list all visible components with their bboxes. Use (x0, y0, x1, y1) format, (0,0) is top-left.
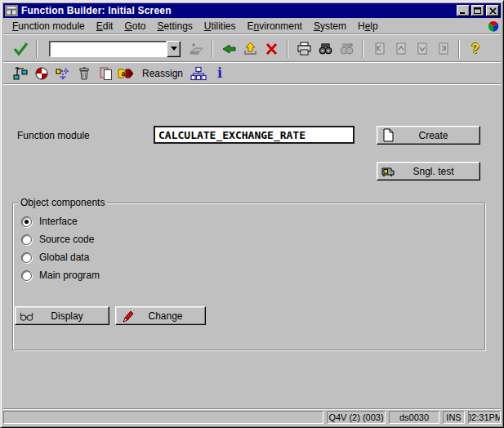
radio-circle[interactable] (21, 252, 32, 263)
radio-option-global-data[interactable]: Global data (21, 251, 89, 264)
radio-label: Source code (39, 234, 94, 245)
copy-icon[interactable] (96, 65, 114, 82)
status-server-field[interactable]: ds0030 (389, 411, 439, 424)
toolbar-separator (287, 40, 288, 58)
menu-item-function-module[interactable]: Function module (7, 20, 91, 33)
standard-toolbar: ? (3, 36, 501, 61)
previous-page-icon (391, 41, 409, 57)
radio-circle[interactable] (21, 270, 32, 281)
radio-option-interface[interactable]: Interface (21, 215, 78, 228)
find-icon[interactable] (316, 41, 334, 57)
create-button[interactable]: Create (377, 126, 480, 145)
create-button-label: Create (399, 130, 479, 141)
application-toolbar: a b Reassign i (3, 63, 501, 83)
help-icon[interactable]: ? (466, 41, 484, 57)
hierarchy-icon[interactable] (190, 65, 207, 82)
display-button-label: Display (37, 310, 109, 322)
titlebar[interactable]: Function Builder: Initial Screen (3, 3, 501, 18)
minimize-button[interactable] (457, 5, 470, 16)
radio-label: Interface (39, 216, 78, 227)
command-field-input[interactable] (49, 41, 167, 57)
new-document-icon (377, 128, 399, 142)
first-page-icon (370, 41, 388, 57)
toolbar-separator (212, 40, 213, 58)
function-builder-window: Function Builder: Initial Screen Functio… (0, 0, 504, 428)
radio-circle[interactable] (21, 234, 32, 245)
info-icon[interactable]: i (211, 65, 229, 82)
sap-logo-icon (487, 20, 500, 33)
back-icon[interactable] (220, 41, 238, 57)
svg-text:a: a (122, 69, 126, 78)
main-area: Function module Create Sngl. test (3, 85, 501, 410)
function-module-input[interactable] (154, 126, 355, 144)
toolbar-separator (458, 40, 460, 58)
save-icon (187, 41, 205, 57)
window-title: Function Builder: Initial Screen (21, 5, 457, 16)
toolbar-separator (362, 40, 364, 58)
reassign-button[interactable]: Reassign (137, 68, 188, 79)
test-icon[interactable] (11, 65, 29, 82)
status-time-field: 02:31PM (468, 411, 501, 424)
menu-item-edit[interactable]: Edit (91, 20, 119, 33)
status-system-field[interactable]: Q4V (2) (003) (327, 411, 386, 424)
radio-option-source-code[interactable]: Source code (21, 233, 94, 246)
change-button-label: Change (137, 310, 205, 322)
check-icon[interactable] (33, 65, 51, 82)
enter-icon[interactable] (11, 41, 29, 57)
radio-circle[interactable] (21, 216, 32, 227)
menu-item-utilities[interactable]: Utilities (198, 20, 242, 33)
menu-item-help[interactable]: Help (352, 20, 384, 33)
test-machine-icon (377, 165, 399, 178)
menubar: Function moduleEditGotoSettingsUtilities… (3, 19, 501, 33)
last-page-icon (434, 41, 452, 57)
next-page-icon (413, 41, 430, 57)
window-controls (457, 5, 499, 16)
toolbar-separator (36, 40, 38, 58)
exit-icon[interactable] (241, 41, 259, 57)
status-input-mode-field[interactable]: INS (443, 411, 465, 424)
menu-item-environment[interactable]: Environment (242, 20, 308, 33)
object-components-groupbox: Object components InterfaceSource codeGl… (12, 203, 485, 350)
single-test-button-label: Sngl. test (399, 166, 479, 177)
maximize-button[interactable] (471, 5, 484, 16)
radio-label: Global data (39, 252, 89, 263)
delete-icon[interactable] (75, 65, 93, 82)
radio-option-main-program[interactable]: Main program (21, 269, 100, 282)
close-button[interactable] (486, 5, 499, 16)
print-icon[interactable] (295, 41, 313, 57)
cancel-icon[interactable] (262, 41, 280, 57)
svg-text:b: b (128, 69, 132, 78)
object-components-title: Object components (18, 197, 107, 208)
status-message-field (3, 411, 323, 424)
pencil-icon (116, 309, 137, 323)
change-button[interactable]: Change (115, 306, 206, 325)
command-dropdown-button[interactable] (167, 41, 181, 57)
glasses-icon (16, 310, 37, 322)
move-icon[interactable] (54, 65, 72, 82)
rename-icon[interactable]: a b (118, 65, 136, 82)
find-next-icon (337, 41, 355, 57)
radio-label: Main program (39, 270, 100, 281)
single-test-button[interactable]: Sngl. test (377, 162, 480, 181)
menubar-divider (3, 33, 501, 35)
display-button[interactable]: Display (15, 306, 109, 325)
app-icon (5, 5, 18, 16)
function-module-label: Function module (17, 130, 90, 141)
command-field-combo (49, 41, 181, 57)
menu-item-system[interactable]: System (308, 20, 352, 33)
menu-item-goto[interactable]: Goto (118, 20, 151, 33)
menu-item-settings[interactable]: Settings (151, 20, 198, 33)
statusbar: Q4V (2) (003) ds0030 INS 02:31PM (3, 410, 501, 425)
